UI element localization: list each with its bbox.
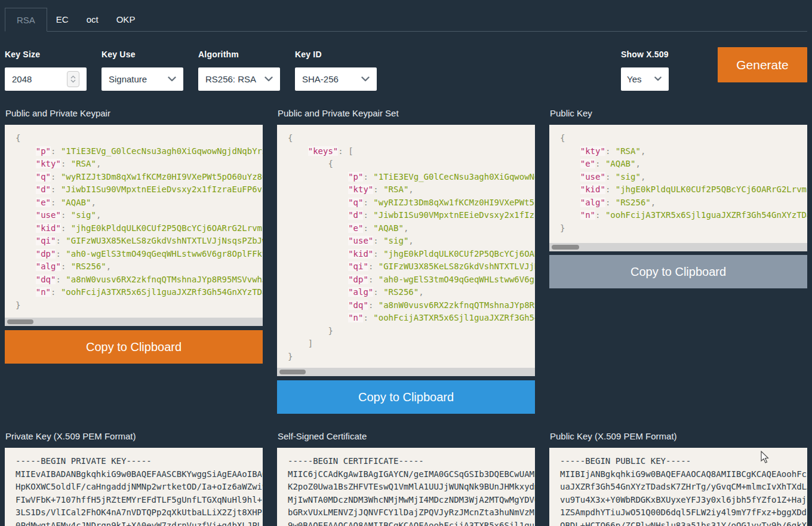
code-line: "e": "AQAB",	[16, 196, 263, 210]
pem-line: 9w0BAQEFAAOCAQ8AMIIBCgKCAQEAoohFcijA3TXR…	[288, 519, 535, 526]
code-line: "dq": "a8nW0vusv6RX2zkfnqQTMshnaJYp8R95M…	[288, 299, 535, 312]
keypair-panel: Public and Private Keypair { "p": "1TiE3…	[5, 91, 263, 414]
copy-keypair-set-button[interactable]: Copy to Clipboard	[277, 380, 535, 414]
pem-line: -----BEGIN CERTIFICATE-----	[288, 455, 535, 468]
pem-line: MIIBIjANBgkqhkiG9w0BAQEFAAOCAQ8AMIIBCgKC…	[560, 468, 807, 481]
keypair-set-panel-title: Public and Private Keypair Set	[278, 108, 535, 118]
code-line: "use": "sig",	[16, 209, 263, 222]
keypair-code-box[interactable]: { "p": "1TiE3EVg_G0lCecNsu3agh0XiGqwowNg…	[5, 125, 263, 326]
keypair-json-code: { "p": "1TiE3EVg_G0lCecNsu3agh0XiGqwowNg…	[5, 125, 263, 312]
code-line: "alg": "RS256",	[288, 286, 535, 299]
pem-panels-row: Private Key (X.509 PEM Format) -----BEGI…	[0, 414, 812, 526]
horizontal-scrollbar[interactable]	[277, 368, 535, 376]
keypair-set-code-box[interactable]: { "keys": [ { "p": "1TiE3EVg_G0lCecNsu3a…	[277, 125, 535, 376]
code-line: "d": "JiwbI1Su90VMpxtnEEieDvsxy2x1fIzraE…	[288, 209, 535, 222]
private-pem-code-box[interactable]: -----BEGIN PRIVATE KEY-----MIIEvAIBADANB…	[5, 448, 263, 526]
code-line: }	[560, 222, 807, 235]
key-use-label: Key Use	[102, 50, 183, 59]
code-line: {	[560, 132, 807, 145]
code-line: "alg": "RS256",	[16, 260, 263, 273]
key-id-select[interactable]: SHA-256	[295, 67, 377, 91]
pem-line: FIwVFbK+7107hffH5jRZtEMYrEFdTLF5gUnfLTGX…	[16, 494, 263, 507]
key-use-value: Signature	[109, 74, 165, 84]
key-type-tabs: RSA EC oct OKP	[5, 7, 807, 32]
show-x509-value: Yes	[627, 74, 652, 84]
tab-rsa[interactable]: RSA	[5, 8, 47, 32]
algorithm-value: RS256: RSA	[205, 74, 262, 84]
copy-keypair-button[interactable]: Copy to Clipboard	[5, 330, 263, 364]
pem-line: 1ZSAmpdhYTiuJwO51Q00D6dql5FLW2iy4l9mY7fF…	[560, 506, 807, 519]
code-line: "e": "AQAB",	[560, 158, 807, 171]
scrollbar-thumb[interactable]	[552, 245, 579, 250]
private-pem-panel-title: Private Key (X.509 PEM Format)	[5, 431, 263, 441]
pem-line: uaJXZRf3Gh54GnXYzTDadsK7ZHrTg/yGvqCM+mlm…	[560, 481, 807, 494]
keypair-panel-title: Public and Private Keypair	[5, 108, 263, 118]
key-size-label: Key Size	[5, 50, 87, 59]
public-key-json-code: { "kty": "RSA", "e": "AQAB", "use": "sig…	[549, 125, 807, 235]
code-line: "e": "AQAB",	[288, 222, 535, 235]
code-line: "qi": "GIFzWU3X85KeLS8zGkdVshNTXTLVJjNsq…	[288, 260, 535, 273]
scrollbar-thumb[interactable]	[279, 370, 306, 374]
json-panels-row: Public and Private Keypair { "p": "1TiE3…	[0, 91, 812, 414]
show-x509-field: Show X.509 Yes	[621, 47, 672, 91]
code-line: {	[288, 132, 535, 145]
key-use-select[interactable]: Signature	[102, 67, 183, 91]
public-pem-panel-title: Public Key (X.509 PEM Format)	[550, 431, 807, 441]
code-line: "d": "JiwbI1Su90VMpxtnEEieDvsxy2x1fIzraE…	[16, 183, 263, 196]
code-line: "p": "1TiE3EVg_G0lCecNsu3agh0XiGqwowNgjd…	[16, 145, 263, 158]
code-line: "kid": "jhgE0kPldqULK0CUf2P5QBcYCj6OARrG…	[560, 183, 807, 196]
public-pem-code-box[interactable]: -----BEGIN PUBLIC KEY-----MIIBIjANBgkqhk…	[549, 448, 807, 526]
public-key-panel-title: Public Key	[550, 108, 807, 118]
code-line: "p": "1TiE3EVg_G0lCecNsu3agh0XiGqwowNgjd…	[288, 171, 535, 184]
chevron-down-icon	[168, 76, 176, 82]
code-line: "kid": "jhgE0kPldqULK0CUf2P5QBcYCj6OARrG…	[16, 222, 263, 235]
code-line: "dp": "ah0-wgElS3tmO49qGeqWHLstww6V6gr8O…	[288, 273, 535, 287]
show-x509-select[interactable]: Yes	[621, 67, 669, 91]
certificate-code: -----BEGIN CERTIFICATE-----MIIC6jCCAdKgA…	[277, 448, 535, 526]
pem-line: vu9Tu4X3x+Y0WbRDGKxBXUyxeYFJ3y0xl6jbh5fY…	[560, 494, 807, 507]
chevron-down-icon	[264, 76, 273, 82]
copy-public-key-button[interactable]: Copy to Clipboard	[549, 255, 807, 288]
code-line: "kty": "RSA",	[560, 145, 807, 158]
stepper-down-icon	[70, 79, 76, 83]
pem-line: -----BEGIN PUBLIC KEY-----	[560, 455, 807, 468]
code-line: "q": "wyRIZJt3Dm8qXw1fKCMz0HI9VXePWt5pO6…	[16, 171, 263, 184]
code-line: {	[16, 132, 263, 145]
certificate-panel-title: Self-Signed Certificate	[278, 431, 535, 441]
code-line: "n": "oohFcijA3TXR5x6Sjl1guaJXZRf3Gh54Gn…	[16, 286, 263, 299]
algorithm-field: Algorithm RS256: RSA	[198, 47, 280, 91]
pem-line: MIIEvAIBADANBgkqhkiG9w0BAQEFAASCBKYwggSi…	[16, 468, 263, 481]
code-line: ]	[288, 337, 535, 350]
show-x509-label: Show X.509	[621, 50, 672, 59]
code-line: }	[288, 325, 535, 338]
pem-line: HpKOXWC5oldlF/caHngaddjNMNp2wrtketOD/Ia+…	[16, 481, 263, 494]
tab-ec[interactable]: EC	[47, 8, 78, 32]
scrollbar-thumb[interactable]	[7, 319, 33, 324]
public-key-code-box[interactable]: { "kty": "RSA", "e": "AQAB", "use": "sig…	[549, 125, 807, 251]
pem-line: MIIC6jCCAdKgAwIBAgIGAYCN/geIMA0GCSqGSIb3…	[288, 468, 535, 481]
chevron-down-icon	[654, 76, 663, 82]
horizontal-scrollbar[interactable]	[549, 243, 807, 251]
tab-oct[interactable]: oct	[78, 8, 107, 32]
code-line: "keys": [	[288, 145, 535, 158]
generate-button[interactable]: Generate	[718, 47, 807, 82]
algorithm-label: Algorithm	[198, 50, 280, 59]
horizontal-scrollbar[interactable]	[5, 318, 263, 326]
code-line: "kty": "RSA",	[288, 183, 535, 196]
key-id-value: SHA-256	[302, 74, 359, 84]
key-size-input[interactable]: 2048	[5, 67, 87, 91]
key-use-field: Key Use Signature	[102, 47, 183, 91]
code-line: "n": "oohFcijA3TXR5x6Sjl1guaJXZRf3Gh54Gn…	[288, 312, 535, 325]
certificate-code-box[interactable]: -----BEGIN CERTIFICATE-----MIIC6jCCAdKgA…	[277, 448, 535, 526]
pem-line: bGRxVUxLMENVZjJQNVFCY1lDajZPQVJyRzJMcnZt…	[288, 506, 535, 519]
key-size-field: Key Size 2048	[5, 47, 87, 91]
code-line: }	[288, 350, 535, 364]
private-pem-panel: Private Key (X.509 PEM Format) -----BEGI…	[5, 414, 263, 526]
code-line: "n": "oohFcijA3TXR5x6Sjl1guaJXZRf3Gh54Gn…	[560, 209, 807, 222]
tab-okp[interactable]: OKP	[107, 8, 144, 32]
code-line: "alg": "RS256",	[560, 196, 807, 210]
certificate-panel: Self-Signed Certificate -----BEGIN CERTI…	[277, 414, 535, 526]
algorithm-select[interactable]: RS256: RSA	[198, 67, 280, 91]
generator-form: Key Size 2048 Key Use Signature Algorith…	[0, 47, 812, 91]
key-size-stepper[interactable]	[67, 71, 79, 87]
